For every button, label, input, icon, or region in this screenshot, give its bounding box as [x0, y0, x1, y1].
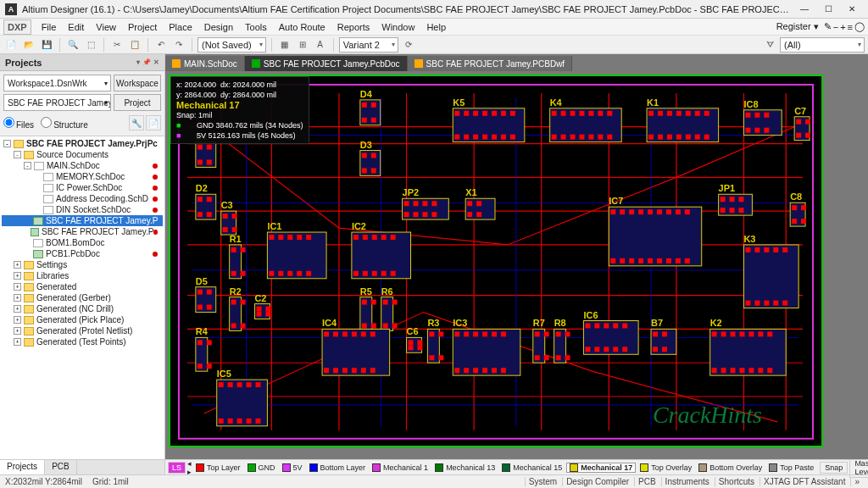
menu-help[interactable]: Help: [421, 20, 451, 34]
statusbar-more-icon[interactable]: »: [850, 477, 863, 486]
copy-icon[interactable]: 📋: [127, 37, 142, 53]
refresh-icon[interactable]: ⟳: [401, 37, 416, 53]
minimize-button[interactable]: —: [793, 2, 815, 17]
register-dropdown[interactable]: Register ▾: [773, 19, 822, 34]
panel-pin-icon[interactable]: 📌: [142, 58, 151, 66]
layerbar-button[interactable]: Mask Level: [849, 458, 868, 478]
menu-autoroute[interactable]: Auto Route: [274, 20, 331, 34]
files-radio[interactable]: Files: [3, 117, 34, 130]
save-icon[interactable]: 💾: [39, 37, 54, 53]
tree-node[interactable]: +Generated (Protel Netlist): [2, 325, 163, 336]
tree-node[interactable]: +Generated: [2, 281, 163, 292]
menu-tools[interactable]: Tools: [240, 20, 272, 34]
doc-tab[interactable]: SBC FAE PROJECT Jamey.PcbDoc: [245, 56, 408, 71]
statusbar-panel-button[interactable]: System: [525, 477, 560, 486]
menu-edit[interactable]: Edit: [63, 20, 89, 34]
tree-node[interactable]: IC Power.SchDoc: [2, 182, 163, 193]
tree-node[interactable]: SBC FAE PROJECT Jamey.P: [2, 215, 163, 226]
toolbar-icon[interactable]: ≡: [848, 22, 853, 32]
tree-node[interactable]: +Generated (Test Points): [2, 336, 163, 347]
align-icon[interactable]: ▦: [277, 37, 292, 53]
statusbar-panel-button[interactable]: PCB: [634, 477, 659, 486]
tree-node[interactable]: PCB1.PcbDoc: [2, 248, 163, 259]
tree-node[interactable]: +Settings: [2, 259, 163, 270]
new-icon[interactable]: 📄: [3, 37, 19, 53]
menu-place[interactable]: Place: [164, 20, 198, 34]
layer-nav[interactable]: ◂ ▸: [187, 459, 192, 476]
redo-icon[interactable]: ↷: [171, 37, 186, 53]
notsaved-combo[interactable]: (Not Saved): [198, 37, 266, 53]
variant-combo[interactable]: Variant 2: [339, 37, 398, 53]
layer-tab[interactable]: Bottom Layer: [307, 463, 369, 472]
panel-menu-icon[interactable]: ▾: [136, 58, 140, 66]
panel-tab-projects[interactable]: Projects: [0, 460, 45, 474]
pcb-canvas[interactable]: x: 2024.000 dx: 2024.000 mil y: 2864.000…: [169, 75, 823, 447]
project-tree[interactable]: -SBC FAE PROJECT Jamey.PrjPc-Source Docu…: [0, 136, 164, 459]
menu-window[interactable]: Window: [376, 20, 420, 34]
tree-node[interactable]: SBC FAE PROJECT Jamey.P: [2, 226, 163, 237]
doc-tab[interactable]: SBC FAE PROJECT Jamey.PCBDwf: [408, 56, 573, 71]
layer-tab[interactable]: 5V: [280, 463, 305, 472]
close-button[interactable]: ✕: [841, 2, 863, 17]
tree-node[interactable]: +Libraries: [2, 270, 163, 281]
panel-tab-pcb[interactable]: PCB: [45, 460, 77, 474]
layer-tab[interactable]: Mechanical 1: [370, 463, 431, 472]
statusbar-panel-button[interactable]: Shortcuts: [715, 477, 758, 486]
text-icon[interactable]: A: [313, 37, 328, 53]
project-button[interactable]: Project: [114, 94, 161, 111]
tree-node[interactable]: -Source Documents: [2, 149, 163, 160]
menu-view[interactable]: View: [91, 20, 121, 34]
filter-icon[interactable]: ᗊ: [762, 37, 777, 53]
tree-node[interactable]: +Generated (NC Drill): [2, 303, 163, 314]
undo-icon[interactable]: ↶: [153, 37, 169, 53]
dxp-menu[interactable]: DXP: [3, 19, 31, 35]
layer-tab[interactable]: Mechanical 13: [432, 463, 498, 472]
menu-reports[interactable]: Reports: [332, 20, 376, 34]
doc-tab[interactable]: MAIN.SchDoc: [165, 56, 245, 71]
layer-tab[interactable]: Mechanical 15: [499, 463, 565, 472]
statusbar-panel-button[interactable]: XJTAG DFT Assistant: [760, 477, 849, 486]
tree-node[interactable]: -SBC FAE PROJECT Jamey.PrjPc: [2, 138, 163, 149]
panel-close-icon[interactable]: ✕: [153, 58, 159, 66]
toolbar-icon[interactable]: ✎: [824, 21, 832, 32]
layer-tab[interactable]: Top Paste: [766, 463, 816, 472]
layer-tab[interactable]: Mechanical 17: [566, 463, 636, 473]
layer-tab[interactable]: Top Overlay: [637, 463, 694, 472]
svg-rect-177: [256, 307, 261, 312]
tree-node[interactable]: +Generated (Gerber): [2, 292, 163, 303]
tree-icon[interactable]: 📄: [146, 115, 161, 130]
cut-icon[interactable]: ✂: [109, 37, 125, 53]
statusbar-panel-button[interactable]: Instruments: [661, 477, 713, 486]
menu-project[interactable]: Project: [123, 20, 162, 34]
tree-node[interactable]: MEMORY.SchDoc: [2, 171, 163, 182]
toolbar-icon[interactable]: −: [833, 22, 838, 32]
tree-icon[interactable]: 🔧: [129, 115, 144, 130]
layerbar-button[interactable]: Snap: [820, 462, 848, 474]
svg-text:R4: R4: [196, 326, 209, 336]
toolbar-icon[interactable]: +: [840, 22, 845, 32]
tree-node[interactable]: BOM1.BomDoc: [2, 237, 163, 248]
svg-rect-141: [297, 271, 302, 276]
project-combo[interactable]: SBC FAE PROJECT Jamey.PrjPcb: [3, 94, 111, 111]
layer-tab[interactable]: Bottom Overlay: [696, 463, 765, 472]
layer-tab[interactable]: GND: [245, 463, 278, 472]
structure-radio[interactable]: Structure: [41, 117, 88, 130]
zoom-area-icon[interactable]: ⬚: [83, 37, 98, 53]
layer-tab[interactable]: Top Layer: [193, 463, 243, 472]
open-icon[interactable]: 📂: [21, 37, 36, 53]
tree-node[interactable]: +Generated (Pick Place): [2, 314, 163, 325]
zoom-fit-icon[interactable]: 🔍: [65, 37, 81, 53]
layer-ls-button[interactable]: LS: [168, 462, 186, 474]
menu-file[interactable]: File: [36, 20, 62, 34]
statusbar-panel-button[interactable]: Design Compiler: [562, 477, 632, 486]
tree-node[interactable]: -MAIN.SchDoc: [2, 160, 163, 171]
tree-node[interactable]: Address Decoding.SchD: [2, 193, 163, 204]
workspace-button[interactable]: Workspace: [114, 75, 161, 92]
maximize-button[interactable]: ☐: [817, 2, 839, 17]
menu-design[interactable]: Design: [199, 20, 238, 34]
filter-all-combo[interactable]: (All): [780, 37, 865, 53]
workspace-combo[interactable]: Workspace1.DsnWrk: [3, 75, 111, 92]
tree-node[interactable]: DIN Socket.SchDoc: [2, 204, 163, 215]
align-icon[interactable]: ⊞: [295, 37, 310, 53]
toolbar-icon[interactable]: ◯: [854, 21, 865, 32]
